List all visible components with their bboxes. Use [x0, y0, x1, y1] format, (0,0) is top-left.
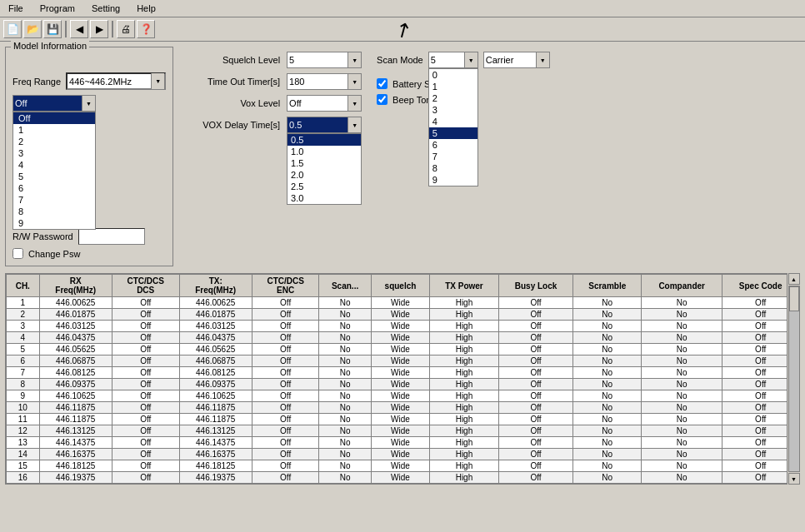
- table-cell: No: [319, 332, 371, 344]
- table-cell: 446.09375: [179, 379, 252, 390]
- table-cell: No: [573, 379, 642, 390]
- table-cell: No: [573, 449, 642, 460]
- table-cell: 446.03125: [39, 321, 112, 332]
- table-cell: No: [573, 414, 642, 425]
- save-button[interactable]: 💾: [43, 20, 62, 38]
- off-option-2[interactable]: 2: [13, 136, 95, 147]
- vox-delay-option-0.5[interactable]: 0.5: [288, 134, 361, 146]
- table-row[interactable]: 1446.00625Off446.00625OffNoWideHighOffNo…: [7, 297, 799, 309]
- vox-delay-option-2.0[interactable]: 2.0: [288, 169, 361, 181]
- table-cell: No: [319, 437, 371, 449]
- off-option-5[interactable]: 5: [13, 171, 95, 182]
- menu-file[interactable]: File: [3, 2, 28, 15]
- scan-num-9[interactable]: 9: [429, 174, 478, 186]
- rw-password-input[interactable]: [78, 228, 145, 245]
- scan-num-0[interactable]: 0: [429, 69, 478, 81]
- vox-delay-option-3.0[interactable]: 3.0: [288, 192, 361, 204]
- scan-num-3[interactable]: 3: [429, 104, 478, 116]
- scroll-down-button[interactable]: ▼: [788, 473, 800, 485]
- table-row[interactable]: 11446.11875Off446.11875OffNoWideHighOffN…: [7, 414, 799, 425]
- vox-delay-option-1.0[interactable]: 1.0: [288, 146, 361, 157]
- timeout-dropdown-button[interactable]: ▼: [348, 74, 361, 89]
- table-cell: 446.06875: [39, 355, 112, 367]
- table-cell: 446.19375: [179, 472, 252, 484]
- help-button[interactable]: ❓: [137, 20, 155, 38]
- menu-help[interactable]: Help: [132, 2, 161, 15]
- toolbar-separator-2: [112, 21, 113, 37]
- table-row[interactable]: 7446.08125Off446.08125OffNoWideHighOffNo…: [7, 367, 799, 379]
- scan-num-4[interactable]: 4: [429, 116, 478, 127]
- off-dropdown-button[interactable]: ▼: [82, 96, 95, 111]
- squelch-dropdown-button[interactable]: ▼: [348, 52, 361, 67]
- print-button[interactable]: 🖨: [117, 20, 135, 38]
- table-cell: High: [430, 402, 498, 414]
- table-row[interactable]: 6446.06875Off446.06875OffNoWideHighOffNo…: [7, 355, 799, 367]
- off-option-8[interactable]: 8: [13, 206, 95, 217]
- scan-num-6[interactable]: 6: [429, 139, 478, 151]
- table-row[interactable]: 3446.03125Off446.03125OffNoWideHighOffNo…: [7, 321, 799, 332]
- table-cell: Off: [252, 321, 319, 332]
- table-row[interactable]: 14446.16375Off446.16375OffNoWideHighOffN…: [7, 449, 799, 460]
- table-cell: Off: [498, 414, 573, 425]
- scan-num-2[interactable]: 2: [429, 92, 478, 104]
- scan-num-7[interactable]: 7: [429, 151, 478, 162]
- write-button[interactable]: ▶: [90, 20, 108, 38]
- table-cell: 16: [7, 472, 40, 484]
- scan-num-8[interactable]: 8: [429, 162, 478, 174]
- battery-save-checkbox[interactable]: [377, 78, 388, 89]
- table-cell: 446.08125: [179, 367, 252, 379]
- scroll-thumb[interactable]: [789, 286, 799, 311]
- table-row[interactable]: 13446.14375Off446.14375OffNoWideHighOffN…: [7, 437, 799, 449]
- off-option-3[interactable]: 3: [13, 147, 95, 159]
- table-row[interactable]: 9446.10625Off446.10625OffNoWideHighOffNo…: [7, 390, 799, 402]
- table-row[interactable]: 8446.09375Off446.09375OffNoWideHighOffNo…: [7, 379, 799, 390]
- off-option-4[interactable]: 4: [13, 159, 95, 171]
- table-cell: Wide: [371, 297, 430, 309]
- table-row[interactable]: 10446.11875Off446.11875OffNoWideHighOffN…: [7, 402, 799, 414]
- table-cell: Off: [498, 449, 573, 460]
- open-button[interactable]: 📂: [23, 20, 42, 38]
- table-cell: Off: [252, 332, 319, 344]
- vox-delay-option-1.5[interactable]: 1.5: [288, 157, 361, 169]
- menu-setting[interactable]: Setting: [87, 2, 125, 15]
- table-cell: No: [641, 425, 722, 437]
- table-row[interactable]: 2446.01875Off446.01875OffNoWideHighOffNo…: [7, 309, 799, 321]
- table-row[interactable]: 5446.05625Off446.05625OffNoWideHighOffNo…: [7, 344, 799, 355]
- table-cell: High: [430, 321, 498, 332]
- scan-mode-value: 5: [429, 55, 464, 65]
- table-row[interactable]: 15446.18125Off446.18125OffNoWideHighOffN…: [7, 460, 799, 472]
- scroll-up-button[interactable]: ▲: [788, 273, 800, 285]
- table-row[interactable]: 12446.13125Off446.13125OffNoWideHighOffN…: [7, 425, 799, 437]
- off-option-1[interactable]: 1: [13, 124, 95, 136]
- table-row[interactable]: 16446.19375Off446.19375OffNoWideHighOffN…: [7, 472, 799, 484]
- off-option-7[interactable]: 7: [13, 194, 95, 206]
- menu-program[interactable]: Program: [35, 2, 80, 15]
- table-cell: 446.11875: [179, 402, 252, 414]
- table-cell: High: [430, 332, 498, 344]
- off-option-off[interactable]: Off: [13, 112, 95, 124]
- off-selected-value: Off: [13, 96, 82, 111]
- carrier-dropdown-button[interactable]: ▼: [536, 52, 549, 67]
- table-cell: No: [641, 449, 722, 460]
- new-button[interactable]: 📄: [3, 20, 22, 38]
- scan-num-1[interactable]: 1: [429, 81, 478, 92]
- read-button[interactable]: ◀: [70, 20, 88, 38]
- freq-range-dropdown-button[interactable]: ▼: [151, 73, 164, 89]
- off-select[interactable]: Off ▼: [12, 95, 96, 112]
- scan-num-5[interactable]: 5: [429, 127, 478, 139]
- vox-level-dropdown-button[interactable]: ▼: [348, 96, 361, 111]
- vox-delay-option-2.5[interactable]: 2.5: [288, 181, 361, 192]
- vox-delay-dropdown-button[interactable]: ▼: [348, 117, 361, 132]
- table-cell: No: [319, 402, 371, 414]
- off-option-9[interactable]: 9: [13, 217, 95, 229]
- off-option-6[interactable]: 6: [13, 182, 95, 194]
- channel-table-container[interactable]: CH. RXFreq(MHz) CTC/DCSDCS TX:Freq(MHz) …: [5, 273, 800, 485]
- scrollbar[interactable]: ▲ ▼: [787, 273, 800, 485]
- beep-tone-checkbox[interactable]: [377, 94, 388, 105]
- table-row[interactable]: 4446.04375Off446.04375OffNoWideHighOffNo…: [7, 332, 799, 344]
- table-cell: 446.10625: [39, 390, 112, 402]
- scan-mode-num-dropdown-button[interactable]: ▼: [464, 52, 478, 67]
- middle-controls: Squelch Level 5 ▼ ↗ Time Out Timer[s]: [188, 52, 362, 133]
- change-psw-checkbox[interactable]: [12, 248, 23, 259]
- table-cell: No: [641, 297, 722, 309]
